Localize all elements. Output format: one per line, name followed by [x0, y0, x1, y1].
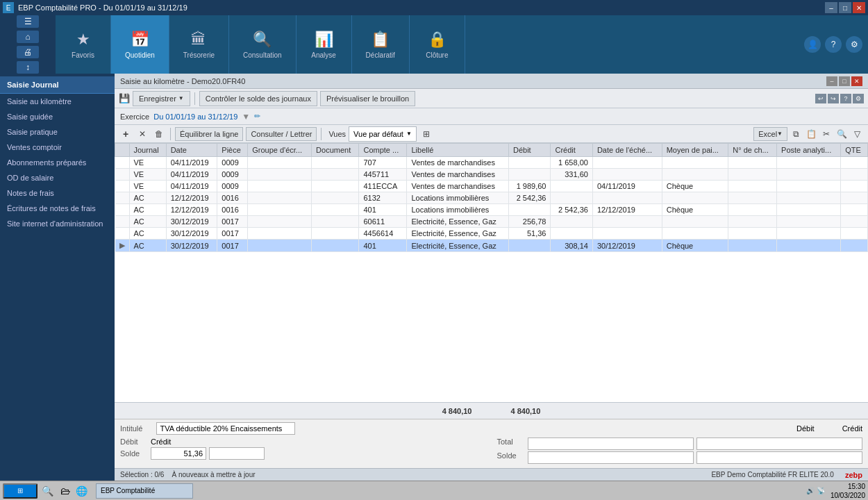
previsualiser-button[interactable]: Prévisualiser le brouillon	[320, 91, 415, 106]
table-row[interactable]: AC12/12/201900166132Locations immobilièr…	[115, 192, 868, 204]
add-button[interactable]: +	[119, 127, 133, 141]
nav-extra-button[interactable]: ↕	[17, 61, 39, 74]
tab-consultation[interactable]: 🔍 Consultation	[229, 15, 297, 74]
tab-declaratif[interactable]: 📋 Déclaratif	[352, 15, 410, 74]
toolbar-right: ↩ ↪ ? ⚙	[815, 94, 864, 103]
exercice-edit-icon[interactable]: ✏	[254, 112, 260, 121]
trash-button[interactable]: 🗑	[152, 127, 166, 141]
debit-col-label: Débit	[120, 438, 148, 446]
help-icon[interactable]: ?	[825, 36, 842, 53]
taskbar-browser-button[interactable]: 🌐	[73, 485, 90, 497]
taskbar-files-button[interactable]: 🗁	[58, 485, 73, 497]
table-row[interactable]: VE04/11/20190009411ECCAVentes de marchan…	[115, 181, 868, 192]
total-credit-value-input[interactable]	[696, 438, 862, 450]
solde-debit-input[interactable]	[151, 447, 206, 460]
sidebar-item-saisie-pratique[interactable]: Saisie pratique	[0, 124, 115, 140]
close-button[interactable]: ✕	[853, 2, 865, 13]
vue-dropdown[interactable]: Vue par défaut ▼	[349, 126, 417, 142]
sidebar-item-od-salaire[interactable]: OD de salaire	[0, 170, 115, 185]
solde-right-debit-input[interactable]	[528, 451, 694, 464]
col-groupe[interactable]: Groupe d'écr...	[248, 144, 312, 157]
col-compte[interactable]: Compte ...	[359, 144, 407, 157]
system-tray: 🔊 📡	[806, 487, 825, 494]
enregistrer-button[interactable]: Enregistrer ▼	[133, 91, 190, 106]
col-libelle[interactable]: Libellé	[407, 144, 509, 157]
home-button[interactable]: ⌂	[17, 31, 39, 43]
title-bar: E EBP Comptabilité PRO - Du 01/01/19 au …	[0, 0, 868, 15]
table-row[interactable]: AC30/12/2019001760611Electricité, Essenc…	[115, 216, 868, 228]
tab-analyse[interactable]: 📊 Analyse	[297, 15, 352, 74]
copy-button[interactable]: ⧉	[789, 127, 803, 141]
debit-credit-header-row: Débit Crédit	[120, 438, 486, 446]
sidebar-item-notes-frais[interactable]: Notes de frais	[0, 185, 115, 201]
undo-button[interactable]: ↩	[815, 94, 826, 103]
table-row[interactable]: AC12/12/20190016401Locations immobilière…	[115, 204, 868, 216]
panel-close-button[interactable]: ✕	[851, 76, 862, 86]
minimize-button[interactable]: –	[825, 2, 837, 13]
col-nch[interactable]: N° de ch...	[728, 144, 777, 157]
intitule-input[interactable]	[156, 422, 295, 435]
col-credit[interactable]: Crédit	[551, 144, 592, 157]
col-echeance[interactable]: Date de l'éché...	[592, 144, 662, 157]
col-document[interactable]: Document	[312, 144, 359, 157]
cut-button[interactable]: ✂	[819, 127, 833, 141]
maximize-button[interactable]: □	[839, 2, 851, 13]
grid-config-button[interactable]: ⊞	[419, 127, 433, 141]
sidebar-item-abonnements[interactable]: Abonnements préparés	[0, 155, 115, 170]
redo-button[interactable]: ↪	[828, 94, 839, 103]
tab-quotidien[interactable]: 📅 Quotidien	[111, 15, 169, 74]
sidebar-item-saisie-guidee[interactable]: Saisie guidée	[0, 109, 115, 124]
taskbar-search-button[interactable]: 🔍	[37, 485, 58, 497]
consulter-button[interactable]: Consulter / Lettrer	[246, 127, 317, 141]
solde-credit-input[interactable]	[209, 447, 265, 460]
paste-button[interactable]: 📋	[804, 127, 818, 141]
tab-cloture[interactable]: 🔒 Clôture	[410, 15, 465, 74]
taskbar-right: 🔊 📡 15:30 10/03/2020	[806, 482, 865, 500]
tab-analyse-label: Analyse	[311, 51, 336, 59]
print-button[interactable]: 🖨	[17, 46, 39, 58]
search-btn[interactable]: 🔍	[835, 127, 849, 141]
sidebar-item-ventes-comptoir[interactable]: Ventes comptoir	[0, 140, 115, 155]
col-date[interactable]: Date	[166, 144, 217, 157]
content-area: Saisie Journal Saisie au kilomètre Saisi…	[0, 74, 868, 481]
vues-label: Vues	[328, 130, 346, 138]
toolbar-settings-button[interactable]: ⚙	[853, 94, 864, 103]
table-row[interactable]: VE04/11/20190009707Ventes de marchandise…	[115, 157, 868, 169]
tab-favoris[interactable]: ★ Favoris	[56, 15, 111, 74]
controler-button[interactable]: Contrôler le solde des journaux	[199, 91, 317, 106]
col-piece[interactable]: Pièce	[217, 144, 248, 157]
solde-right-row: Solde	[497, 451, 863, 464]
col-poste[interactable]: Poste analyti...	[777, 144, 841, 157]
sidebar-item-ecritures-notes[interactable]: Écritures de notes de frais	[0, 201, 115, 216]
table-row[interactable]: VE04/11/20190009445711Ventes de marchand…	[115, 169, 868, 181]
panel-restore-button[interactable]: □	[839, 76, 850, 86]
sidebar-item-saisie-km[interactable]: Saisie au kilomètre	[0, 94, 115, 109]
start-button[interactable]: ⊞	[3, 483, 37, 499]
equilibrer-button[interactable]: Équilibrer la ligne	[175, 127, 243, 141]
user-icon[interactable]: 👤	[804, 36, 821, 53]
save-icon: 💾	[119, 93, 130, 103]
col-qte[interactable]: QTE	[841, 144, 868, 157]
sidebar-item-site-admin[interactable]: Site internet d'administration	[0, 216, 115, 231]
filter-button[interactable]: ▽	[850, 127, 864, 141]
panel-minimize-button[interactable]: –	[826, 76, 837, 86]
tab-tresorerie[interactable]: 🏛 Trésorerie	[169, 15, 229, 74]
total-credit: 4 840,10	[506, 407, 546, 415]
excel-button[interactable]: Excel ▼	[753, 127, 787, 141]
total-debit-value-input[interactable]	[528, 438, 694, 450]
action-right: Excel ▼ ⧉ 📋 ✂ 🔍 ▽	[753, 127, 864, 141]
toolbar-help-button[interactable]: ?	[840, 94, 851, 103]
settings-icon[interactable]: ⚙	[846, 36, 862, 53]
action-bar: + ✕ 🗑 Équilibrer la ligne Consulter / Le…	[115, 125, 868, 143]
col-moyen[interactable]: Moyen de pai...	[662, 144, 728, 157]
table-row[interactable]: ▶AC30/12/20190017401Electricité, Essence…	[115, 240, 868, 252]
solde-right-credit-input[interactable]	[696, 451, 862, 464]
taskbar-app-button[interactable]: EBP Comptabilité	[96, 483, 193, 499]
col-journal[interactable]: Journal	[129, 144, 166, 157]
exercice-dropdown-icon[interactable]: ▼	[242, 112, 250, 122]
delete-button[interactable]: ✕	[135, 127, 149, 141]
table-row[interactable]: AC30/12/201900174456614Electricité, Esse…	[115, 228, 868, 240]
menu-button[interactable]: ☰	[17, 15, 39, 28]
status-bar: Sélection : 0/6 À nouveaux à mettre à jo…	[115, 468, 868, 481]
col-debit[interactable]: Débit	[509, 144, 551, 157]
